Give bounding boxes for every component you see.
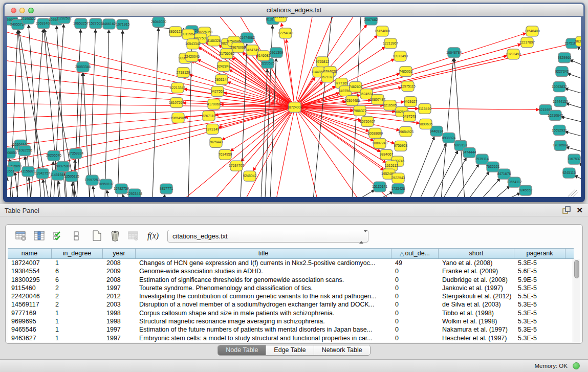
graph-node[interactable]: 8912954	[182, 29, 195, 39]
graph-node[interactable]: 12923448	[127, 189, 142, 197]
graph-node[interactable]: 10196522	[20, 17, 36, 24]
graph-node[interactable]: 12213343	[170, 83, 185, 93]
tab-node-table[interactable]: Node Table	[218, 345, 266, 355]
graph-node[interactable]: 8860123	[169, 27, 183, 37]
graph-node[interactable]: 9146082	[257, 51, 271, 61]
column-header-out_de[interactable]: △out_de...	[391, 249, 439, 258]
graph-node[interactable]: 8267110	[202, 111, 215, 121]
graph-node[interactable]: 10654112	[507, 177, 522, 187]
graph-node[interactable]: 17634707	[229, 161, 244, 171]
close-icon[interactable]: ✕	[576, 206, 583, 215]
table-row[interactable]: 946554611997Estimation of the future num…	[8, 325, 574, 334]
column-header-short[interactable]: short	[439, 249, 514, 258]
column-header-name[interactable]: name	[8, 249, 52, 258]
graph-node[interactable]: 9245115	[562, 168, 576, 178]
graph-node[interactable]: 10973493	[393, 51, 408, 61]
table-row[interactable]: 911546021997Tourette syndrome. Phenomeno…	[8, 284, 574, 292]
graph-node[interactable]: 2803144	[215, 75, 229, 85]
graph-node[interactable]: 11156829	[20, 166, 35, 177]
column-header-in_degree[interactable]: in_degree	[52, 249, 103, 258]
graph-node[interactable]: 15692931	[552, 125, 567, 135]
table-row[interactable]: 2242004622012Investigating the contribut…	[8, 292, 574, 300]
graph-node[interactable]: 19654923	[398, 126, 413, 137]
table-selector-dropdown[interactable]: citations_edges.txt	[167, 230, 368, 243]
table-row[interactable]: 1830029562008Estimation of significance …	[8, 276, 574, 284]
graph-node[interactable]: 15720407	[360, 116, 375, 126]
show-column-icon[interactable]	[32, 228, 47, 244]
table-row[interactable]: 969969511998Structural magnetic resonanc…	[8, 317, 574, 325]
citation-network-graph[interactable]: 8990052240557241019652220691406109942271…	[7, 17, 581, 197]
graph-node[interactable]: 9756928	[394, 141, 408, 151]
graph-node[interactable]: 7986372	[353, 106, 367, 116]
tab-network-table[interactable]: Network Table	[314, 345, 370, 355]
graph-node[interactable]: 18807243	[372, 138, 387, 148]
graph-node[interactable]: 10653257	[73, 18, 89, 29]
column-header-pagerank[interactable]: pagerank	[514, 249, 565, 258]
graph-node[interactable]: 16648784	[446, 48, 462, 58]
graph-node[interactable]: 11082556	[17, 145, 32, 156]
table-row[interactable]: 1456911722003Disruption of a novel membe…	[8, 300, 574, 309]
graph-node[interactable]: 31756085	[219, 49, 234, 59]
graph-node[interactable]: 26046020	[151, 17, 166, 27]
graph-node[interactable]: 15712344	[273, 17, 288, 22]
graph-node[interactable]: 1527602	[89, 18, 103, 29]
column-header-year[interactable]: year	[103, 249, 136, 258]
graph-node[interactable]: 9245042	[243, 171, 257, 181]
graph-node[interactable]: 17359924	[68, 148, 83, 159]
graph-node[interactable]: 15474083	[239, 33, 255, 43]
graph-node[interactable]: 7632621	[486, 162, 500, 172]
graph-node[interactable]: 9115460	[418, 104, 431, 114]
graph-node[interactable]: 9474444	[463, 147, 476, 158]
graph-node[interactable]: 8938924	[442, 133, 456, 143]
graph-node[interactable]: 16154808	[375, 26, 390, 36]
scrollbar-thumb[interactable]	[574, 260, 579, 278]
row-height-icon[interactable]	[69, 228, 83, 244]
table-row[interactable]: 1938455462009Genome-wide association stu…	[8, 267, 574, 275]
network-canvas[interactable]: 8990052240557241019652220691406109942271…	[7, 17, 581, 197]
graph-node[interactable]: 9227343	[555, 67, 569, 77]
graph-node[interactable]: 11282532	[56, 17, 72, 24]
new-column-icon[interactable]	[90, 228, 104, 244]
table-row[interactable]: 1872400712008Changes of HCN gene express…	[8, 259, 574, 267]
graph-node[interactable]: 9245652	[519, 185, 533, 195]
graph-node[interactable]: 12444153	[553, 97, 568, 107]
graph-node[interactable]: 1873149	[206, 124, 220, 134]
delete-icon[interactable]	[108, 228, 122, 244]
graph-node[interactable]: 6961309	[270, 48, 284, 58]
graph-node[interactable]: 8186328	[207, 36, 221, 46]
graph-node[interactable]: 22420046	[184, 52, 200, 62]
graph-node[interactable]: 19654905	[170, 113, 186, 123]
graph-node[interactable]: 17957253	[84, 175, 100, 185]
table-vertical-scrollbar[interactable]	[573, 259, 580, 342]
graph-node[interactable]: 7625443	[209, 137, 223, 147]
graph-node[interactable]: 7485063	[399, 67, 413, 77]
graph-node[interactable]: 12975115	[400, 81, 416, 92]
graph-node[interactable]: 9097588	[56, 161, 70, 171]
graph-node[interactable]: 12254043	[278, 28, 293, 38]
column-header-title[interactable]: title	[136, 249, 391, 258]
graph-node[interactable]: 6216505	[383, 100, 397, 111]
graph-node[interactable]: 17016504	[553, 140, 568, 150]
graph-node[interactable]: 20053346	[75, 62, 91, 72]
graph-node[interactable]: 1167537	[568, 154, 581, 164]
graph-node[interactable]: 16210643	[548, 110, 563, 120]
window-titlebar[interactable]: citations_edges.txt	[5, 4, 583, 16]
graph-node[interactable]: 1733426	[391, 184, 405, 194]
table-settings-icon[interactable]	[14, 228, 28, 244]
table-row[interactable]: 946362711997Embryonic stem cells: a mode…	[8, 334, 574, 342]
graph-node[interactable]: 2087682	[364, 17, 378, 25]
graph-node[interactable]: 12213967	[383, 38, 398, 49]
graph-node[interactable]: 11548408	[525, 26, 540, 36]
graph-node[interactable]: 10543342	[185, 39, 201, 49]
graph-node[interactable]: 13505115	[64, 171, 79, 182]
float-panel-icon[interactable]	[562, 206, 571, 215]
graph-node[interactable]: 9427552	[211, 86, 225, 97]
graph-node[interactable]: 18724007	[287, 102, 302, 113]
graph-node[interactable]: 12093832	[552, 82, 567, 92]
graph-node[interactable]: 7634959	[219, 149, 232, 160]
graph-node[interactable]: 2718129	[177, 68, 190, 78]
graph-node[interactable]: 4170060	[207, 99, 221, 110]
graph-node[interactable]: 8466162	[102, 19, 116, 29]
graph-node[interactable]: 6497578	[403, 111, 417, 121]
graph-node[interactable]: 20206576	[46, 150, 61, 161]
